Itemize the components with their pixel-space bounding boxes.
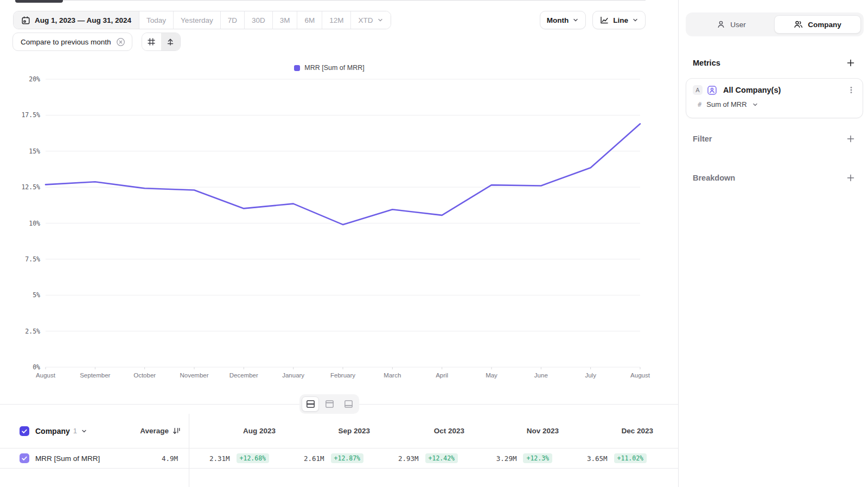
month-column-header[interactable]: Oct 2023 bbox=[378, 427, 472, 435]
layout-table-button[interactable] bbox=[340, 396, 357, 412]
number-type-icon: # bbox=[698, 101, 701, 108]
preset-6m[interactable]: 6M bbox=[297, 11, 322, 29]
row-checkbox[interactable] bbox=[20, 453, 29, 463]
preset-yesterday[interactable]: Yesterday bbox=[174, 11, 221, 29]
svg-text:20%: 20% bbox=[29, 75, 40, 83]
metric-card[interactable]: A All Company(s) # Sum of MRR bbox=[686, 78, 863, 118]
panel-layout-toggle bbox=[299, 394, 359, 414]
svg-text:September: September bbox=[80, 372, 110, 379]
metrics-header: Metrics bbox=[693, 57, 856, 68]
toolbar-row-1: Aug 1, 2023 — Aug 31, 2024 Today Yesterd… bbox=[13, 11, 646, 29]
preset-12m[interactable]: 12M bbox=[322, 11, 351, 29]
month-cell: 3.65M +11.02% bbox=[566, 453, 661, 463]
table-row[interactable]: MRR [Sum of MRR] 4.9M 2.31M +12.68% 2.61… bbox=[0, 448, 678, 469]
svg-text:December: December bbox=[229, 372, 258, 379]
granularity-dropdown[interactable]: Month bbox=[540, 11, 586, 29]
chart-type-dropdown[interactable]: Line bbox=[592, 11, 646, 29]
annotations-toggle-button[interactable] bbox=[161, 33, 180, 50]
svg-text:10%: 10% bbox=[29, 220, 40, 227]
table-header-row: Company 1 Average Aug 2023 Sep 2023 Oct … bbox=[0, 414, 678, 448]
top-bar-artifact bbox=[15, 0, 63, 3]
layout-chart-button[interactable] bbox=[321, 396, 338, 412]
remove-compare-icon[interactable] bbox=[116, 37, 125, 47]
month-column-header[interactable]: Nov 2023 bbox=[472, 427, 566, 435]
entity-column-header[interactable]: Company bbox=[35, 427, 70, 435]
preset-30d[interactable]: 30D bbox=[245, 11, 273, 29]
preset-xtd-dropdown[interactable]: XTD bbox=[351, 11, 391, 29]
month-cell: 2.61M +12.87% bbox=[283, 453, 378, 463]
svg-text:May: May bbox=[486, 372, 497, 379]
top-divider-artifact bbox=[16, 0, 646, 1]
add-breakdown-button[interactable] bbox=[845, 172, 856, 183]
month-column-header[interactable]: Sep 2023 bbox=[283, 427, 378, 435]
svg-text:June: June bbox=[534, 372, 548, 379]
preset-7d[interactable]: 7D bbox=[221, 11, 245, 29]
add-filter-button[interactable] bbox=[845, 133, 856, 144]
config-sidebar: User Company Metrics A All Company(s) bbox=[678, 0, 868, 487]
delta-badge: +11.02% bbox=[614, 453, 647, 463]
add-metric-button[interactable] bbox=[845, 57, 856, 68]
average-label: Average bbox=[140, 427, 169, 435]
chevron-down-icon bbox=[377, 17, 384, 23]
metric-letter-badge: A bbox=[693, 85, 703, 95]
average-column-header[interactable]: Average bbox=[140, 427, 189, 435]
chevron-down-icon bbox=[572, 17, 579, 23]
svg-text:January: January bbox=[282, 372, 304, 379]
preset-today[interactable]: Today bbox=[139, 11, 174, 29]
breakdown-section: Breakdown bbox=[693, 172, 856, 183]
svg-text:March: March bbox=[384, 372, 401, 379]
table-row-first-cell: MRR [Sum of MRR] 4.9M bbox=[0, 453, 189, 463]
toggle-user[interactable]: User bbox=[688, 15, 774, 34]
preset-3m[interactable]: 3M bbox=[273, 11, 298, 29]
chevron-down-icon bbox=[632, 17, 639, 23]
mrr-line-chart: 0%2.5%5%7.5%10%12.5%15%17.5%20%AugustSep… bbox=[0, 74, 678, 388]
grid-toggle-button[interactable] bbox=[142, 33, 161, 50]
date-range-label: Aug 1, 2023 — Aug 31, 2024 bbox=[35, 16, 131, 24]
grid-icon bbox=[146, 37, 156, 47]
results-table: Company 1 Average Aug 2023 Sep 2023 Oct … bbox=[0, 404, 678, 487]
month-column-header[interactable]: Aug 2023 bbox=[189, 427, 283, 435]
svg-text:17.5%: 17.5% bbox=[21, 111, 40, 119]
svg-text:July: July bbox=[585, 372, 596, 379]
month-cell: 2.31M +12.68% bbox=[189, 453, 283, 463]
toggle-company[interactable]: Company bbox=[774, 15, 861, 34]
arrow-up-line-icon bbox=[165, 37, 175, 47]
metric-row-label: MRR [Sum of MRR] bbox=[35, 454, 100, 463]
chart-legend: MRR [Sum of MRR] bbox=[0, 64, 659, 72]
filter-title: Filter bbox=[693, 134, 712, 143]
entity-toggle: User Company bbox=[686, 12, 864, 36]
entity-count: 1 bbox=[73, 427, 77, 435]
date-range-button[interactable]: Aug 1, 2023 — Aug 31, 2024 bbox=[14, 11, 139, 29]
average-value: 4.9M bbox=[162, 454, 189, 463]
svg-text:15%: 15% bbox=[29, 148, 40, 155]
legend-swatch bbox=[294, 65, 300, 71]
compare-chip-label: Compare to previous month bbox=[21, 38, 111, 46]
svg-text:0%: 0% bbox=[33, 363, 40, 371]
svg-text:August: August bbox=[36, 372, 56, 379]
compare-chip[interactable]: Compare to previous month bbox=[12, 33, 132, 51]
delta-badge: +12.42% bbox=[425, 453, 458, 463]
delta-badge: +12.87% bbox=[331, 453, 363, 463]
analytics-app: Aug 1, 2023 — Aug 31, 2024 Today Yesterd… bbox=[0, 0, 868, 487]
layout-bottom-icon bbox=[344, 400, 353, 408]
table-header-first-cell: Company 1 Average bbox=[0, 426, 189, 436]
select-all-checkbox[interactable] bbox=[20, 426, 29, 436]
delta-badge: +12.68% bbox=[237, 453, 269, 463]
chart-type-label: Line bbox=[613, 16, 628, 24]
cell-value: 2.93M bbox=[398, 454, 419, 463]
granularity-label: Month bbox=[547, 16, 569, 24]
metric-card-row: A All Company(s) bbox=[693, 85, 856, 95]
metric-name: All Company(s) bbox=[723, 86, 781, 94]
chevron-down-icon bbox=[752, 101, 758, 108]
aggregation-label: Sum of MRR bbox=[706, 100, 746, 108]
aggregation-selector[interactable]: # Sum of MRR bbox=[693, 100, 856, 108]
layout-split-button[interactable] bbox=[302, 396, 319, 412]
main-panel: Aug 1, 2023 — Aug 31, 2024 Today Yesterd… bbox=[0, 0, 678, 487]
cell-value: 2.31M bbox=[209, 454, 230, 463]
svg-text:April: April bbox=[436, 372, 448, 379]
chevron-down-icon[interactable] bbox=[81, 428, 87, 434]
metric-menu-button[interactable] bbox=[846, 85, 856, 95]
display-options-control bbox=[142, 33, 181, 51]
preset-xtd-label: XTD bbox=[358, 16, 373, 24]
month-column-header[interactable]: Dec 2023 bbox=[566, 427, 661, 435]
